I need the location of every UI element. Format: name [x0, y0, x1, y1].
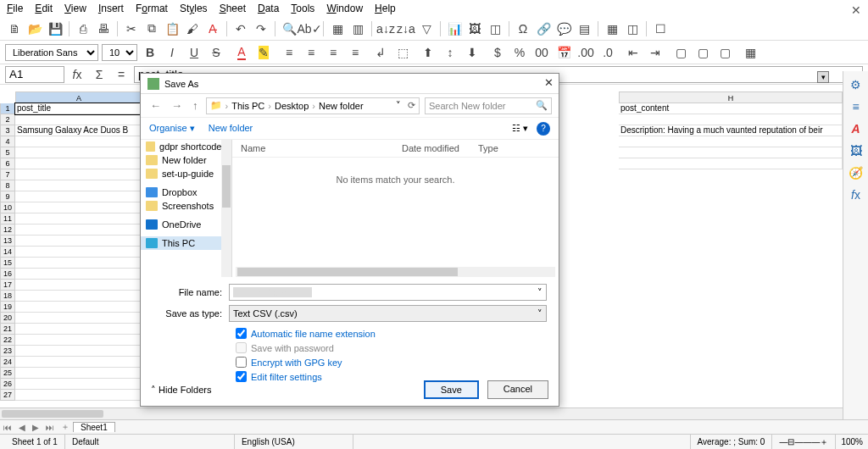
dec-decimal-icon[interactable]: .0: [598, 43, 617, 62]
sidebar-properties-icon[interactable]: ≡: [852, 100, 859, 114]
autofilter-icon[interactable]: ▽: [417, 19, 436, 38]
sheet-tab[interactable]: Sheet1: [73, 422, 115, 432]
name-box[interactable]: [5, 66, 64, 83]
cell[interactable]: [15, 313, 142, 324]
image-icon[interactable]: 🖼: [465, 19, 484, 38]
save-password-checkbox[interactable]: Save with password: [236, 341, 547, 355]
nav-fwd-icon[interactable]: →: [169, 99, 185, 112]
row-header[interactable]: 11: [0, 213, 15, 224]
tree-item[interactable]: New folder: [141, 153, 231, 167]
row-header[interactable]: 13: [0, 236, 15, 247]
cell[interactable]: [15, 158, 142, 169]
paste-icon[interactable]: 📋: [163, 19, 181, 38]
cell[interactable]: [15, 147, 142, 158]
font-name-select[interactable]: Liberation Sans: [5, 44, 98, 61]
cell[interactable]: [15, 357, 142, 368]
row-header[interactable]: 16: [0, 269, 15, 280]
row-header[interactable]: 5: [0, 147, 15, 158]
nav-back-icon[interactable]: ←: [147, 99, 164, 112]
cell-A2[interactable]: [15, 114, 142, 125]
row-header[interactable]: 2: [0, 114, 15, 125]
special-char-icon[interactable]: Ω: [514, 19, 532, 38]
freeze-icon[interactable]: ▦: [603, 19, 621, 38]
col-icon[interactable]: ▥: [348, 19, 367, 38]
cell[interactable]: [15, 180, 142, 191]
refresh-icon[interactable]: ⟳: [403, 100, 415, 111]
row-header[interactable]: 14: [0, 247, 15, 258]
menu-sheet[interactable]: Sheet: [220, 3, 246, 14]
breadcrumb-item[interactable]: This PC: [231, 101, 264, 111]
borders-icon[interactable]: ▢: [671, 43, 690, 62]
cell-A1[interactable]: post_title: [15, 103, 142, 114]
row-header[interactable]: 27: [0, 390, 15, 401]
sidebar-styles-icon[interactable]: A: [851, 122, 860, 136]
export-pdf-icon[interactable]: ⎙: [74, 19, 92, 38]
hide-folders-toggle[interactable]: ˄ Hide Folders: [151, 385, 211, 396]
cell-A3[interactable]: Samsung Galaxy Ace Duos B: [15, 125, 142, 136]
spellcheck-icon[interactable]: Ab✓: [300, 19, 319, 38]
tree-item-onedrive[interactable]: OneDrive: [141, 218, 231, 231]
cell[interactable]: [15, 224, 142, 236]
cell-H3[interactable]: Description: Having a much vaunted reput…: [619, 125, 843, 136]
row-header[interactable]: 6: [0, 158, 15, 169]
cond-format-icon[interactable]: ▦: [741, 43, 760, 62]
col-type[interactable]: Type: [478, 143, 498, 153]
col-header-A[interactable]: A: [15, 91, 142, 103]
function-wizard-icon[interactable]: fx: [68, 65, 86, 84]
clear-format-icon[interactable]: A̶: [203, 19, 222, 38]
row-header[interactable]: 25: [0, 368, 15, 379]
row-header[interactable]: 7: [0, 169, 15, 180]
row-header[interactable]: 17: [0, 280, 15, 291]
valign-mid-icon[interactable]: ↕: [441, 43, 459, 62]
align-center-icon[interactable]: ≡: [302, 43, 320, 62]
sum-icon[interactable]: Σ: [90, 65, 108, 84]
align-left-icon[interactable]: ≡: [280, 43, 298, 62]
date-icon[interactable]: 📅: [554, 43, 573, 62]
filename-input[interactable]: hidden˅: [229, 284, 547, 301]
split-icon[interactable]: ◫: [623, 19, 642, 38]
encrypt-gpg-checkbox[interactable]: Encrypt with GPG key: [236, 355, 547, 369]
cell-H2[interactable]: [619, 114, 843, 125]
number-icon[interactable]: 00: [532, 43, 551, 62]
new-icon[interactable]: 🗎: [5, 19, 24, 38]
strike-icon[interactable]: S: [207, 43, 225, 62]
menu-help[interactable]: Help: [375, 3, 396, 14]
new-folder-button[interactable]: New folder: [209, 123, 253, 134]
row-header[interactable]: 22: [0, 335, 15, 346]
help-icon[interactable]: ?: [537, 122, 550, 136]
print-icon[interactable]: 🖶: [94, 19, 113, 38]
align-justify-icon[interactable]: ≡: [346, 43, 364, 62]
inc-decimal-icon[interactable]: .00: [576, 43, 595, 62]
dialog-close-icon[interactable]: ✕: [544, 76, 554, 89]
menu-window[interactable]: Window: [326, 3, 363, 14]
window-close-icon[interactable]: ✕: [851, 3, 861, 17]
breadcrumb-item[interactable]: New folder: [319, 101, 364, 111]
breadcrumb-item[interactable]: Desktop: [275, 101, 309, 111]
font-size-select[interactable]: 10: [102, 44, 137, 61]
col-header-H[interactable]: H: [619, 91, 843, 103]
currency-icon[interactable]: $: [488, 43, 507, 62]
cell[interactable]: [15, 324, 142, 335]
cell[interactable]: [15, 379, 142, 390]
cell[interactable]: [15, 136, 142, 147]
menu-format[interactable]: Format: [136, 3, 168, 14]
tree-item-dropbox[interactable]: Dropbox: [141, 186, 231, 199]
merge-icon[interactable]: ⬚: [393, 43, 412, 62]
cell[interactable]: [15, 346, 142, 357]
row-header[interactable]: 3: [0, 125, 15, 136]
breadcrumb-dropdown-icon[interactable]: ˅: [396, 100, 401, 111]
row-header[interactable]: 18: [0, 291, 15, 302]
tab-last-icon[interactable]: ⏭: [42, 423, 58, 432]
formula-expand-icon[interactable]: ▾: [817, 71, 829, 83]
cell[interactable]: [15, 258, 142, 269]
row-header[interactable]: 10: [0, 202, 15, 213]
equals-icon[interactable]: =: [112, 65, 131, 84]
copy-icon[interactable]: ⧉: [142, 19, 161, 38]
italic-icon[interactable]: I: [163, 43, 181, 62]
breadcrumb[interactable]: 📁 › This PC › Desktop › New folder ˅ ⟳: [206, 97, 420, 114]
row-header[interactable]: 8: [0, 180, 15, 191]
tree-item[interactable]: gdpr shortcodes: [141, 140, 231, 153]
border-color-icon[interactable]: ▢: [715, 43, 734, 62]
cancel-button[interactable]: Cancel: [487, 380, 548, 399]
menu-file[interactable]: File: [7, 3, 23, 14]
